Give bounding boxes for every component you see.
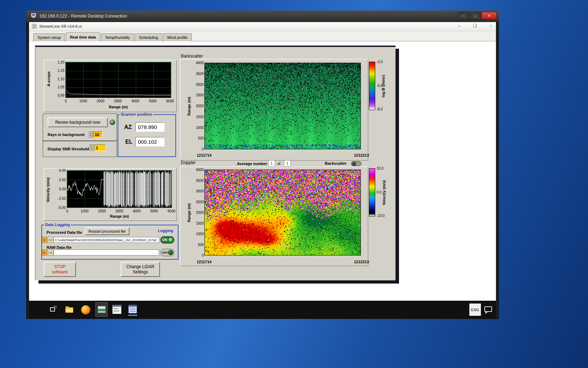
maximize-icon: □ — [474, 14, 476, 18]
el-label: EL — [125, 139, 132, 145]
snr-threshold-label: Display SNR threshold — [48, 147, 89, 151]
remote-desktop-icon — [31, 13, 37, 18]
tab-wind-profile[interactable]: Wind profile — [163, 33, 192, 41]
app-close-button[interactable]: × — [486, 23, 495, 29]
renew-background-button[interactable]: Renew background now — [48, 117, 108, 127]
backscatter-display-toggle[interactable] — [351, 161, 362, 166]
close-icon: × — [488, 13, 491, 18]
rdp-taskbar-button[interactable] — [95, 302, 108, 317]
raw-path-field[interactable] — [54, 250, 159, 255]
ascope-x-axis-label: Range (m) — [66, 105, 171, 109]
schedule-app-button[interactable] — [128, 305, 137, 314]
raw-logging-toggle[interactable]: OFF — [160, 249, 174, 256]
close-icon: × — [489, 23, 492, 29]
tab-system-setup[interactable]: System setup — [33, 33, 65, 41]
language-button[interactable]: ENG — [469, 304, 481, 316]
spin-down-icon[interactable]: ▼ — [90, 148, 93, 151]
toggle-led-on — [168, 237, 173, 243]
raw-browse-button[interactable] — [48, 250, 53, 255]
velocity-x-axis-label: Range (m) — [67, 214, 172, 218]
backscatter-heatmap-canvas — [205, 63, 360, 149]
backscatter-y-ticks: 4000 3500 3000 2500 2000 1500 1000 500 0 — [191, 61, 204, 151]
processed-data-file-label: Processed Data file — [47, 230, 82, 234]
tab-temp-humidity[interactable]: Temp/humidity — [101, 33, 134, 41]
spin-up-icon[interactable]: ▲ — [90, 145, 93, 148]
folder-icon — [49, 239, 52, 241]
raw-data-file-label: RAW Data file — [47, 245, 72, 250]
velocity-y-ticks: 5.00 2.50 0.00 -2.50 -5.00 — [52, 169, 66, 210]
tab-bar: System setup Real time data Temp/humidit… — [33, 32, 192, 41]
scanner-position-group — [118, 114, 176, 157]
average-number-field[interactable]: 1 — [268, 160, 275, 166]
processed-logging-toggle[interactable]: ON — [160, 236, 174, 244]
minimize-icon: – — [458, 23, 460, 28]
data-logging-title: Data Logging — [44, 223, 71, 227]
scan-scheduler-button[interactable]: Scan sched — [112, 305, 121, 314]
processed-browse-button[interactable] — [48, 237, 53, 243]
open-app-indicator — [128, 315, 137, 316]
velocity-x-ticks: 0 1000 2000 3000 4000 5000 6000 — [61, 209, 177, 213]
az-value-field: 078.990 — [135, 122, 164, 132]
restore-icon: ❑ — [473, 23, 477, 28]
backscatter-heatmap-plot — [204, 63, 361, 149]
schedule-app-icon — [128, 305, 137, 313]
labview-app-icon — [32, 24, 37, 29]
stop-software-button[interactable]: STOP software — [44, 262, 76, 277]
velocity-canvas — [67, 171, 172, 207]
backscatter-toggle-label: Backscatter — [325, 161, 346, 165]
app-title: StreamLine XR v14-6.vi — [39, 24, 82, 28]
average-number-label: Average number — [237, 162, 267, 166]
rdp-maximize-button[interactable]: □ — [470, 12, 481, 19]
file-explorer-button[interactable] — [65, 306, 74, 314]
app-restore-button[interactable]: ❑ — [471, 23, 479, 29]
rays-spinner[interactable]: ▲▼ — [89, 131, 93, 138]
raw-drive-box[interactable]: C — [42, 250, 47, 255]
folder-icon — [49, 252, 52, 254]
doppler-heatmap-canvas — [205, 170, 360, 255]
doppler-x-end: 1212213 — [354, 260, 369, 264]
el-value-field: 000.102 — [135, 137, 164, 146]
az-label: AZ — [124, 124, 132, 130]
rays-value-field[interactable]: 10 — [93, 131, 102, 138]
ascope-x-ticks: 0 1000 2000 3000 4000 5000 6000 — [60, 99, 176, 103]
doppler-heatmap-plot — [204, 170, 361, 255]
scanner-position-title: Scanner position — [120, 112, 153, 116]
processed-path-field[interactable]: C:\Lidar\Data\Proc\2023\202309\20230920\… — [54, 237, 159, 243]
app-titlebar[interactable] — [29, 22, 496, 31]
chat-button[interactable] — [484, 306, 493, 314]
ascope-canvas — [66, 62, 171, 97]
backscatter-colorbar — [369, 62, 375, 110]
rdp-minimize-button[interactable]: – — [458, 12, 469, 19]
change-lidar-settings-button[interactable]: Change LiDAR Settings — [121, 262, 160, 277]
firefox-button[interactable] — [81, 305, 90, 314]
backscatter-x-ticks: 1211714 1212213 — [197, 153, 369, 158]
scan-scheduler-icon: Scan sched — [112, 305, 121, 314]
rdp-close-button[interactable]: × — [482, 12, 497, 19]
average-total-field[interactable]: 1 — [284, 160, 291, 166]
backscatter-title: Backscatter — [181, 54, 203, 59]
backscatter-colorbar-label: log B (/m/sr) — [381, 68, 386, 104]
tab-real-time-data[interactable]: Real time data — [66, 32, 100, 41]
average-of-label: of — [277, 162, 280, 166]
rdp-session-icon — [98, 306, 106, 313]
doppler-x-ticks: 1211714 1212213 — [197, 260, 369, 264]
chat-icon — [484, 306, 492, 312]
renew-led-indicator — [110, 120, 115, 125]
ascope-plot — [65, 62, 171, 98]
processed-drive-box[interactable]: C — [42, 237, 47, 243]
toggle-knob — [352, 162, 356, 166]
snr-spinner[interactable]: ▲▼ — [90, 144, 93, 151]
tab-scheduling[interactable]: Scheduling — [135, 33, 162, 41]
spin-down-icon[interactable]: ▼ — [89, 135, 92, 138]
task-view-button[interactable] — [49, 306, 57, 314]
doppler-x-start: 1211714 — [197, 260, 211, 264]
snr-value-field[interactable]: 1 — [94, 144, 106, 151]
app-minimize-button[interactable]: – — [455, 23, 463, 29]
spin-up-icon[interactable]: ▲ — [89, 132, 92, 135]
ascope-y-axis-label: A-scope — [47, 67, 51, 91]
minimize-icon: – — [462, 13, 464, 18]
velocity-y-axis-label: Velocity (m/s) — [46, 172, 51, 207]
restart-processed-file-button[interactable]: Restart processed file — [85, 227, 130, 235]
toggle-led-off — [168, 250, 173, 255]
doppler-colorbar — [369, 168, 375, 217]
